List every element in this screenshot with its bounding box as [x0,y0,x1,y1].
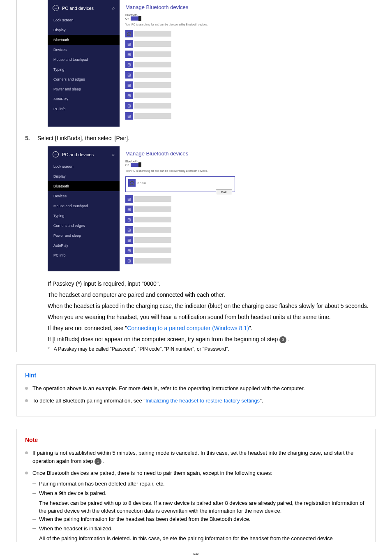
sidebar-header-b: ← PC and devices ⌕ [48,151,120,162]
note-subitem: When the headset is initialized. [32,525,367,533]
headphone-icon: 🎧 [128,179,136,187]
sidebar-item: Corners and edges [48,221,120,231]
screenshot-b-wrapper: ← PC and devices ⌕ Lock screen Display B… [48,146,376,271]
paragraph: When you are wearing the headset, you wi… [48,313,376,321]
search-text-b: Your PC is searching for and can be disc… [125,169,235,172]
hint-title: Hint [25,372,367,379]
device-icon: ⊞ [125,247,133,254]
sidebar-title-b: PC and devices [62,152,94,157]
device-bar [134,92,171,98]
sidebar-item: AutoPlay [48,94,120,104]
sidebar-item: Lock screen [48,162,120,171]
sidebar-item: Power and sleep [48,84,120,94]
selected-device: 🎧 ○○○○ Pair [125,176,235,192]
device-row: ⊞ [125,92,235,99]
bt-toggle-row-b: On [125,163,235,167]
step-badge-1: 1 [95,458,101,465]
sidebar-item: Devices [48,191,120,201]
sidebar-item-active: Bluetooth [48,181,120,191]
screenshot-a-wrapper: ← PC and devices ⌕ Lock screen Display B… [48,0,376,127]
toggle-icon [131,16,141,21]
sidebar-item-active: Bluetooth [48,35,120,45]
device-bar [134,258,171,264]
note-sublist: Pairing information has been deleted aft… [32,480,367,543]
paragraph: The headset and computer are paired and … [48,291,376,299]
bt-label-a: Bluetooth [125,14,235,16]
device-row: ⊞ [125,236,235,244]
content-pane-b: Manage Bluetooth devices Bluetooth On Yo… [120,146,241,271]
pair-button[interactable]: Pair [216,189,232,195]
text: When a 9th device is paired. [39,490,106,496]
text: If they are not connected, see " [48,325,127,331]
note-subdetail: The headset can be paired with up to 8 d… [39,499,367,515]
content-title-a: Manage Bluetooth devices [125,4,235,10]
bt-label-b: Bluetooth [125,160,235,163]
search-text-a: Your PC is searching for and can be disc… [125,23,235,26]
sidebar-item: Corners and edges [48,74,120,84]
device-row: ⊞ [125,247,235,254]
device-icon: ⊞ [125,51,133,58]
footnote-text: A Passkey may be called "Passcode", "PIN… [54,346,229,352]
note-box: Note If pairing is not established withi… [16,429,376,542]
paragraph: When the headset is placed in the chargi… [48,302,376,310]
device-name: ○○○○ [137,181,146,185]
device-icon: ⊞ [125,92,133,99]
device-bar [134,103,171,109]
device-icon: ⊞ [125,40,133,48]
device-row: 🎧 [125,30,235,37]
sidebar-item: Power and sleep [48,231,120,240]
note-subitem: When a 9th device is paired. [32,489,367,497]
sidebar-item: Typing [48,65,120,74]
sidebar-item: Devices [48,45,120,55]
sidebar-item: PC info [48,250,120,260]
note-subitem: Pairing information has been deleted aft… [32,480,367,488]
device-bar [134,41,171,47]
device-row: ⊞ [125,112,235,120]
search-icon: ⌕ [112,152,115,157]
footnote: * A Passkey may be called "Passcode", "P… [48,346,376,352]
device-row: ⊞ [125,226,235,234]
device-bar [134,206,171,212]
step-number: 5. [25,135,37,141]
bt-toggle-row-a: On [125,16,235,21]
sidebar-item: AutoPlay [48,240,120,250]
toggle-icon [131,163,141,167]
device-icon: ⊞ [125,71,133,79]
device-bar [134,113,171,119]
note-title: Note [25,437,367,443]
link-initialize[interactable]: Initializing the headset to restore fact… [145,398,260,404]
paragraph: If Passkey (*) input is required, input … [48,280,376,288]
step-text: Select [LinkBuds], then select [Pair]. [37,135,376,141]
text: If [LinkBuds] does not appear on the com… [48,336,279,342]
bt-state-a: On [125,17,129,20]
device-row: ⊞ [125,51,235,58]
device-bar [134,237,171,243]
device-row: ⊞ [125,206,235,213]
step-badge-3: 3 [279,336,286,343]
device-icon: ⊞ [125,226,133,234]
device-icon: ⊞ [125,195,133,203]
sidebar-a: ← PC and devices ⌕ Lock screen Display B… [48,0,120,127]
link-connect-paired[interactable]: Connecting to a paired computer (Windows… [127,325,249,331]
search-icon: ⌕ [112,6,115,10]
device-icon: ⊞ [125,112,133,120]
device-row: ⊞ [125,61,235,68]
hint-box: Hint The operation above is an example. … [16,364,376,416]
hint-item: The operation above is an example. For m… [25,384,367,393]
device-bar [134,72,171,78]
device-bar [134,227,171,233]
hint-item: To delete all Bluetooth pairing informat… [25,397,367,405]
headphone-icon: 🎧 [125,30,133,37]
back-arrow-icon: ← [53,151,59,157]
sidebar-item: Mouse and touchpad [48,55,120,65]
device-icon: ⊞ [125,216,133,223]
device-icon: ⊞ [125,206,133,213]
device-bar [134,51,171,57]
text: Once Bluetooth devices are paired, there… [32,470,272,476]
note-subitem: When the pairing information for the hea… [32,515,367,523]
device-icon: ⊞ [125,102,133,109]
device-row: ⊞ [125,257,235,264]
selected-device-header: 🎧 ○○○○ [128,179,232,187]
sidebar-header-a: ← PC and devices ⌕ [48,5,120,15]
device-bar [134,217,171,222]
